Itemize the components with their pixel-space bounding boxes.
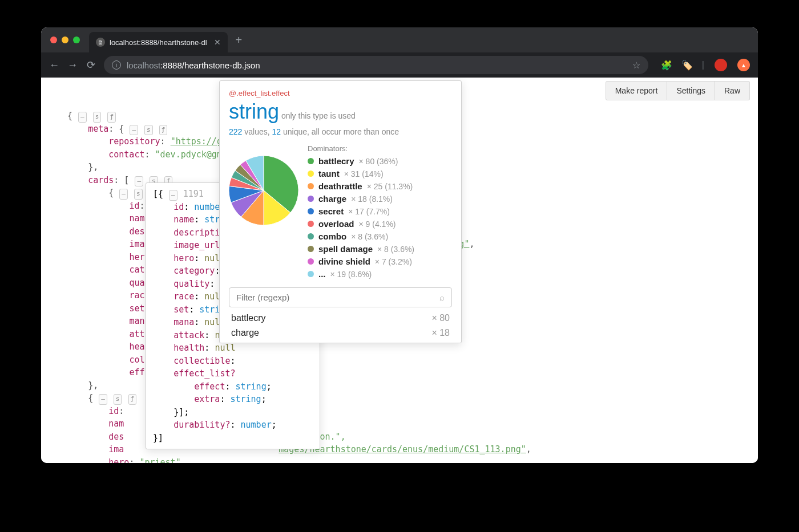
filter-toggle[interactable]: ƒ [128,394,137,405]
json-path: @.effect_list.effect [229,89,452,98]
dominator-row[interactable]: ... × 19 (8.6%) [308,269,452,279]
update-button[interactable]: ▲ [737,59,750,71]
window-controls [41,36,89,43]
maximize-window-button[interactable] [73,36,80,43]
site-info-icon[interactable]: i [112,60,121,70]
signature-toggle[interactable]: s [93,112,102,123]
collapse-toggle[interactable]: – [78,112,87,123]
raw-button[interactable]: Raw [715,81,750,100]
filter-toggle[interactable]: ƒ [107,112,116,123]
swatch-icon [308,196,314,202]
collapse-toggle[interactable]: – [130,125,138,136]
dominators-title: Dominators: [308,144,452,153]
filter-field[interactable]: ⌕ [229,287,452,307]
collapse-toggle[interactable]: – [99,394,107,405]
extension-icon[interactable]: 🏷️ [681,60,692,70]
page-content: Make report Settings Raw { – s ƒ meta: {… [41,78,758,463]
type-label: string [229,100,279,124]
swatch-icon [308,246,314,252]
dominator-row[interactable]: deathrattle × 25 (11.3%) [308,181,452,191]
url-bar: ← → ⟳ i localhost:8888/hearthstone-db.js… [41,52,758,78]
filter-input[interactable] [236,293,439,302]
browser-window: 🗎 localhost:8888/hearthstone-dl ✕ + ← → … [41,27,758,463]
extensions: 🧩 🏷️ | ▲ [661,59,750,71]
close-tab-button[interactable]: ✕ [214,38,221,47]
dominator-row[interactable]: divine shield × 7 (3.2%) [308,257,452,266]
dominator-row[interactable]: battlecry × 80 (36%) [308,156,452,166]
collapse-toggle[interactable]: – [135,176,143,187]
extension-icon[interactable]: 🧩 [661,60,671,70]
page-toolbar: Make report Settings Raw [606,81,750,100]
value-row[interactable]: battlecry × 80 [229,307,452,328]
swatch-icon [308,258,314,265]
signature-toggle[interactable]: s [144,125,153,136]
make-report-button[interactable]: Make report [606,81,668,100]
bookmark-icon[interactable]: ☆ [632,60,640,71]
dominator-row[interactable]: taunt × 31 (14%) [308,169,452,178]
tab-title: localhost:8888/hearthstone-dl [110,38,207,47]
forward-button[interactable]: → [67,59,78,71]
dominator-row[interactable]: secret × 17 (7.7%) [308,206,452,216]
dominator-row[interactable]: spell damage × 8 (3.6%) [308,244,452,254]
swatch-icon [308,170,314,177]
swatch-icon [308,271,314,277]
swatch-icon [308,233,314,239]
reload-button[interactable]: ⟳ [86,59,96,71]
address-bar[interactable]: i localhost:8888/hearthstone-db.json ☆ [104,56,648,74]
item-count: 1191 [183,189,204,199]
swatch-icon [308,208,314,214]
collapse-toggle[interactable]: – [169,190,177,201]
swatch-icon [308,183,314,189]
favicon-icon: 🗎 [96,38,105,47]
search-icon: ⌕ [439,293,445,302]
swatch-icon [308,158,314,164]
signature-toggle[interactable]: s [134,189,143,200]
stats-summary: 222 values, 12 unique, all occur more th… [229,127,452,136]
dominator-row[interactable]: overload × 9 (4.1%) [308,219,452,229]
signature-toggle[interactable]: s [114,394,122,405]
back-button[interactable]: ← [49,59,59,71]
dominator-row[interactable]: charge × 18 (8.1%) [308,194,452,204]
dominators-list: Dominators: battlecry × 80 (36%) taunt ×… [308,144,452,282]
close-window-button[interactable] [50,36,57,43]
filter-toggle[interactable]: ƒ [159,125,168,136]
settings-button[interactable]: Settings [667,81,715,100]
type-note: only this type is used [281,111,356,120]
profile-avatar[interactable] [715,59,727,71]
swatch-icon [308,221,314,227]
new-tab-button[interactable]: + [228,34,251,47]
url-text: localhost:8888/hearthstone-db.json [127,60,260,70]
stats-popup: @.effect_list.effect string only this ty… [219,80,462,343]
dominators-pie-chart [229,156,298,225]
browser-tab[interactable]: 🗎 localhost:8888/hearthstone-dl ✕ [89,32,228,52]
minimize-window-button[interactable] [62,36,68,43]
collapse-toggle[interactable]: – [119,189,128,200]
value-row[interactable]: charge × 18 [229,328,452,343]
dominator-row[interactable]: combo × 8 (3.6%) [308,232,452,241]
titlebar: 🗎 localhost:8888/hearthstone-dl ✕ + [41,27,758,52]
